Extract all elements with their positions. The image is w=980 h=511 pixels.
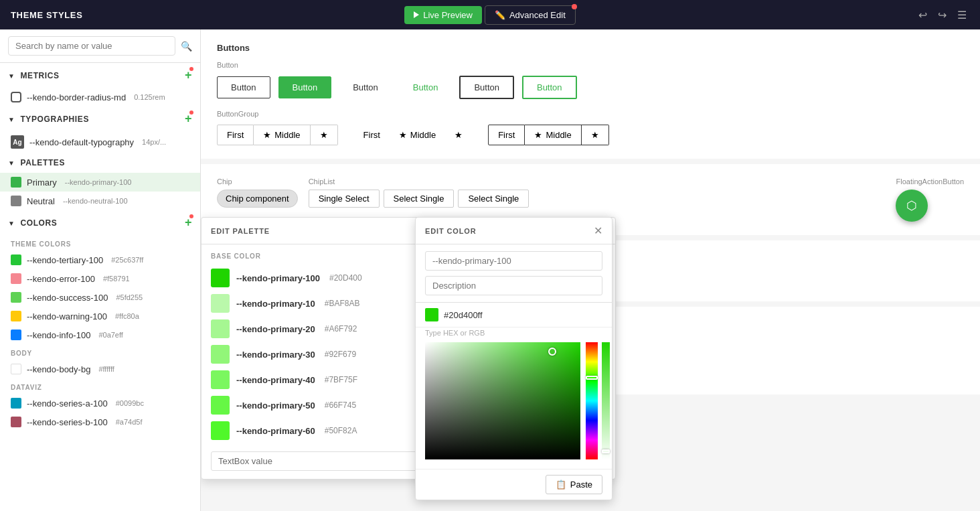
- hue-bar[interactable]: [586, 342, 598, 459]
- preview-btn-outlined-dark[interactable]: Button: [459, 76, 514, 99]
- chiplist-item-3[interactable]: Select Single: [458, 190, 529, 208]
- palettes-section-header[interactable]: ▼ Palettes: [0, 153, 200, 173]
- sidebar-item-success[interactable]: --kendo-success-100 #5fd255: [0, 288, 200, 307]
- typography-icon: Ag: [11, 135, 24, 149]
- sidebar-item-tertiary[interactable]: --kendo-tertiary-100 #25c637ff: [0, 250, 200, 269]
- sidebar-item-typography[interactable]: Ag --kendo-default-typography 14px/...: [0, 131, 200, 153]
- gradient-handle[interactable]: [548, 348, 556, 356]
- error-name: --kendo-error-100: [27, 274, 95, 284]
- bg-btn-middle-2[interactable]: Middle: [390, 125, 445, 145]
- fab-button[interactable]: ⬡: [896, 190, 928, 222]
- preview-btn-outlined[interactable]: Button: [217, 76, 270, 98]
- bg-btn-icon-3[interactable]: [582, 125, 609, 145]
- preview-btn-text[interactable]: Button: [339, 77, 392, 98]
- sidebar-section-colors: ▼ Colors + THEME COLORS --kendo-tertiary…: [0, 210, 200, 431]
- primary-palette-swatch: [11, 177, 21, 188]
- typographies-add-button[interactable]: +: [185, 112, 192, 126]
- menu-button[interactable]: ☰: [955, 6, 969, 24]
- bg-btn-first-3[interactable]: First: [488, 125, 525, 145]
- fab-column: FloatingActionButton ⬡: [896, 177, 964, 222]
- typographies-section-header[interactable]: ▼ Typographies +: [0, 106, 200, 131]
- preview-btn-outlined-green[interactable]: Button: [522, 76, 577, 99]
- palette-swatch-100: [211, 269, 230, 287]
- btn-group-text: First Middle: [354, 125, 473, 145]
- edit-color-header: EDIT COLOR ✕: [416, 218, 612, 244]
- undo-button[interactable]: ↩: [916, 6, 930, 24]
- series-b-name: --kendo-series-b-100: [27, 417, 108, 427]
- paste-button[interactable]: 📋 Paste: [546, 475, 602, 494]
- colors-label: Colors: [20, 218, 57, 228]
- edit-palette-title: EDIT PALETTE: [211, 227, 270, 235]
- pencil-icon: ✏️: [495, 10, 505, 20]
- bg-btn-first-2[interactable]: First: [354, 125, 390, 145]
- alpha-handle[interactable]: [602, 449, 610, 453]
- top-bar-actions: ↩ ↪ ☰: [916, 6, 969, 24]
- sidebar-item-series-a[interactable]: --kendo-series-a-100 #0099bc: [0, 394, 200, 413]
- bg-btn-middle-3[interactable]: Middle: [525, 125, 581, 145]
- redo-button[interactable]: ↪: [935, 6, 949, 24]
- hue-handle[interactable]: [586, 376, 598, 380]
- bg-btn-icon-2[interactable]: [445, 125, 472, 145]
- border-radius-name: --kendo-border-radius-md: [27, 92, 126, 102]
- sidebar-item-body-bg[interactable]: --kendo-body-bg #ffffff: [0, 360, 200, 378]
- color-name-input[interactable]: [425, 251, 602, 271]
- button-group-label: ButtonGroup: [217, 110, 964, 118]
- chip-component[interactable]: Chip component: [217, 190, 298, 208]
- sidebar-item-info[interactable]: --kendo-info-100 #0a7eff: [0, 325, 200, 344]
- color-picker[interactable]: [425, 342, 602, 459]
- alpha-bar[interactable]: [602, 342, 610, 459]
- info-value: #0a7eff: [98, 331, 123, 339]
- neutral-palette-meta: --kendo-neutral-100: [63, 197, 128, 205]
- button-label: Button: [217, 61, 964, 69]
- palette-name-30: --kendo-primary-30: [236, 350, 315, 360]
- sidebar-item-error[interactable]: --kendo-error-100 #f58791: [0, 269, 200, 288]
- chip-column: Chip Chip component: [217, 177, 298, 208]
- palette-name-50: --kendo-primary-50: [236, 400, 315, 411]
- star-icon-4: [455, 130, 463, 140]
- palette-swatch-50: [211, 396, 230, 415]
- sidebar-item-neutral-palette[interactable]: Neutral --kendo-neutral-100: [0, 192, 200, 210]
- info-name: --kendo-info-100: [27, 330, 90, 340]
- sidebar-item-warning[interactable]: --kendo-warning-100 #ffc80a: [0, 307, 200, 325]
- sidebar: 🔍 ▼ Metrics + --kendo-border-radius-md: [0, 29, 201, 511]
- series-a-value: #0099bc: [116, 399, 144, 407]
- palette-hex-10: #BAF8AB: [325, 299, 360, 308]
- live-preview-button[interactable]: Live Preview: [404, 6, 482, 24]
- bg-btn-first-1[interactable]: First: [217, 125, 254, 145]
- palette-hex-40: #7BF75F: [325, 375, 357, 384]
- advanced-edit-button[interactable]: ✏️ Advanced Edit: [485, 5, 576, 25]
- palette-swatch-40: [211, 370, 230, 389]
- metrics-section-header[interactable]: ▼ Metrics +: [0, 63, 200, 88]
- edit-color-panel: EDIT COLOR ✕ Type HEX or RGB: [415, 217, 612, 500]
- bg-btn-middle-1[interactable]: Middle: [254, 125, 310, 145]
- live-preview-label: Live Preview: [423, 10, 473, 20]
- edit-color-close[interactable]: ✕: [594, 224, 602, 237]
- star-icon-5: [534, 130, 542, 140]
- theme-colors-label: THEME COLORS: [0, 235, 200, 250]
- main-layout: 🔍 ▼ Metrics + --kendo-border-radius-md: [0, 29, 980, 511]
- metrics-add-button[interactable]: +: [185, 68, 192, 82]
- hex-input[interactable]: [444, 310, 602, 320]
- sidebar-item-primary-palette[interactable]: Primary --kendo-primary-100: [0, 173, 200, 192]
- colors-add-button[interactable]: +: [185, 216, 192, 230]
- color-description-input[interactable]: [425, 276, 602, 295]
- gradient-canvas[interactable]: [425, 342, 580, 459]
- chiplist-item-1[interactable]: Single Select: [309, 190, 380, 208]
- search-input[interactable]: [8, 36, 175, 56]
- error-value: #f58791: [103, 275, 130, 283]
- sidebar-item-series-b[interactable]: --kendo-series-b-100 #a74d5f: [0, 413, 200, 431]
- clipboard-icon: 📋: [556, 480, 566, 490]
- colors-section-header[interactable]: ▼ Colors +: [0, 210, 200, 235]
- bg-btn-icon-1[interactable]: [311, 125, 338, 145]
- play-icon: [414, 11, 419, 18]
- sidebar-item-border-radius[interactable]: --kendo-border-radius-md 0.125rem: [0, 88, 200, 106]
- paste-label: Paste: [570, 480, 592, 490]
- series-b-swatch: [11, 417, 21, 427]
- preview-btn-filled[interactable]: Button: [278, 76, 332, 98]
- series-b-value: #a74d5f: [116, 418, 143, 426]
- palette-hex-50: #66F745: [325, 400, 356, 410]
- preview-btn-text-green[interactable]: Button: [400, 77, 452, 98]
- chiplist-item-2[interactable]: Select Single: [384, 190, 455, 208]
- star-icon-6: [591, 130, 599, 140]
- body-label: BODY: [0, 344, 200, 360]
